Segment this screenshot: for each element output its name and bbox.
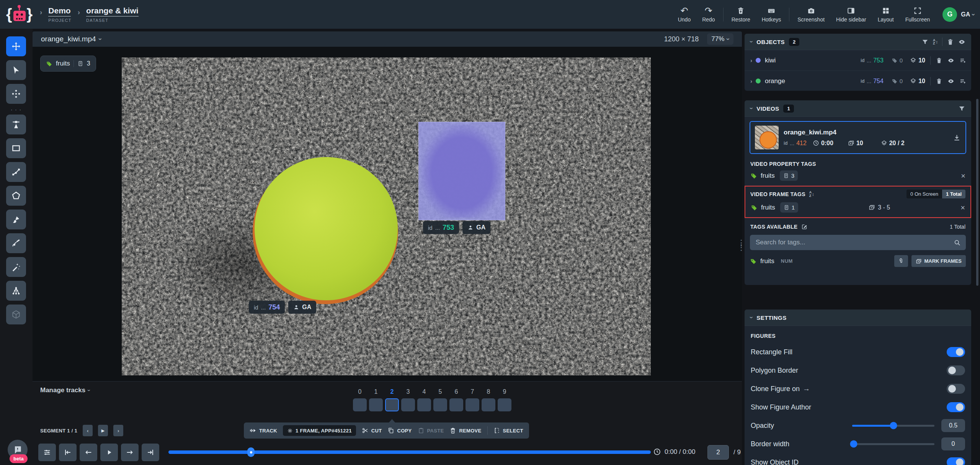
orange-author-chip[interactable]: GA [288, 301, 316, 314]
prev-frame-button[interactable] [80, 444, 97, 461]
track-button[interactable]: TRACK [250, 427, 277, 434]
layout-button[interactable]: Layout [872, 7, 900, 23]
brush-tool-button[interactable] [6, 210, 26, 229]
frame-cell[interactable] [353, 398, 367, 411]
breadcrumb-dataset[interactable]: orange & kiwi DATASET [86, 6, 139, 23]
border-width-value[interactable]: 0 [941, 437, 965, 450]
eye-icon[interactable] [958, 38, 965, 46]
property-tag-row[interactable]: fruits 3 × [745, 169, 971, 185]
track-app-chip[interactable]: 1 FRAME, APP#451221 [283, 425, 356, 436]
video-frame[interactable]: id ... 753 GA id ... 754 GA [122, 57, 651, 375]
opacity-slider-thumb[interactable] [890, 422, 897, 429]
eye-icon[interactable] [947, 78, 954, 85]
trash-icon[interactable] [947, 38, 954, 46]
frame-cell[interactable] [417, 398, 431, 411]
collapse-icon[interactable]: › [748, 107, 755, 109]
transform-tool-button[interactable] [6, 84, 26, 104]
frame-cell[interactable] [369, 398, 383, 411]
frame-cell[interactable] [498, 398, 511, 411]
tag-search-input[interactable] [755, 238, 950, 247]
tag-search[interactable] [750, 235, 966, 250]
playlist-add-icon[interactable] [959, 78, 966, 85]
manage-tracks-dropdown[interactable]: Manage tracks › [40, 386, 90, 394]
segment-play-button[interactable]: ▶ [98, 425, 108, 436]
show-object-id-toggle[interactable] [947, 457, 965, 465]
download-icon[interactable] [953, 134, 961, 142]
trash-icon[interactable] [936, 57, 942, 64]
remove-button[interactable]: REMOVE [449, 427, 481, 434]
attach-tag-button[interactable] [894, 255, 908, 267]
copy-button[interactable]: COPY [387, 427, 412, 434]
on-screen-chip[interactable]: 0 On Screen [906, 190, 942, 198]
sort-az-icon[interactable]: AZ ↕ [809, 191, 814, 197]
redo-button[interactable]: ↷ Redo [696, 7, 720, 23]
graph-tool-button[interactable] [6, 281, 26, 301]
zoom-dropdown[interactable]: 77% › [707, 33, 733, 45]
frame-cell[interactable] [482, 398, 495, 411]
kiwi-mask-figure[interactable] [418, 122, 505, 220]
expand-icon[interactable]: › [750, 78, 752, 84]
remove-tag-button[interactable]: × [961, 172, 965, 179]
canvas-viewport[interactable]: fruits 3 id ... 753 [33, 47, 742, 381]
chevron-down-icon[interactable]: › [96, 38, 104, 40]
app-logo[interactable]: { } [6, 3, 33, 25]
frame-cell-active[interactable] [385, 398, 399, 411]
point-tool-button[interactable] [6, 115, 26, 134]
video-tag-chip[interactable]: fruits 3 [40, 56, 96, 72]
play-button[interactable] [100, 444, 118, 461]
last-frame-button[interactable] [142, 444, 159, 461]
scrubber-thumb[interactable] [247, 447, 255, 457]
timeline-scrubber[interactable] [168, 450, 651, 454]
video-list-item[interactable]: orange_kiwi.mp4 id ... 412 0:00 10 20 [750, 121, 966, 154]
project-link[interactable]: Demo [48, 6, 70, 16]
border-width-slider[interactable] [852, 443, 934, 445]
pan-tool-button[interactable] [6, 36, 26, 56]
total-chip[interactable]: 1 Total [942, 190, 965, 198]
paste-button[interactable]: PASTE [418, 427, 444, 434]
collapse-icon[interactable]: › [748, 316, 755, 318]
dataset-link[interactable]: orange & kiwi [86, 6, 139, 16]
frame-cell[interactable] [466, 398, 479, 411]
clone-figure-toggle[interactable] [947, 384, 965, 394]
smart-tool-button[interactable] [6, 257, 26, 277]
first-frame-button[interactable] [59, 444, 77, 461]
frame-cell[interactable] [433, 398, 447, 411]
next-frame-button[interactable] [121, 444, 139, 461]
avatar[interactable]: G [942, 7, 957, 22]
screenshot-button[interactable]: Screenshot [792, 7, 830, 23]
pen-tool-button[interactable] [6, 233, 26, 253]
eye-icon[interactable] [947, 57, 954, 64]
orange-mask-figure[interactable] [255, 157, 398, 300]
polygon-tool-button[interactable] [6, 186, 26, 206]
frame-cell[interactable] [401, 398, 415, 411]
collapse-icon[interactable]: › [748, 41, 755, 43]
select-button[interactable]: SELECT [493, 427, 523, 434]
show-author-toggle[interactable] [947, 402, 965, 412]
remove-tag-button[interactable]: × [960, 204, 965, 211]
fullscreen-button[interactable]: Fullscreen [900, 7, 936, 23]
opacity-slider[interactable] [852, 425, 934, 427]
segment-next-button[interactable]: › [113, 425, 123, 436]
rectangle-fill-toggle[interactable] [947, 347, 965, 357]
polyline-tool-button[interactable] [6, 162, 26, 182]
hotkeys-button[interactable]: Hotkeys [756, 7, 787, 23]
playback-settings-button[interactable] [38, 444, 56, 461]
orange-id-chip[interactable]: id ... 754 [249, 301, 285, 314]
kiwi-author-chip[interactable]: GA [462, 221, 490, 234]
video-file-dropdown[interactable]: orange_kiwi.mp4 [41, 35, 96, 43]
restore-button[interactable]: Restore [726, 7, 756, 23]
panel-scrollbar[interactable] [976, 99, 978, 286]
panel-resize-handle[interactable]: ⋮⋮ [737, 241, 745, 250]
cuboid-tool-button[interactable] [6, 305, 26, 324]
trash-icon[interactable] [936, 78, 942, 85]
filter-icon[interactable] [921, 38, 929, 46]
object-row-orange[interactable]: › orange id ... 754 0 10 [745, 70, 971, 91]
hide-sidebar-button[interactable]: Hide sidebar [830, 7, 872, 23]
edit-icon[interactable] [801, 223, 808, 230]
sort-az-icon[interactable]: AZ ↕ [933, 39, 938, 45]
playlist-add-icon[interactable] [959, 57, 966, 64]
chevron-down-icon[interactable]: › [970, 13, 977, 16]
frame-tag-row[interactable]: fruits 1 3 - 5 × [750, 198, 965, 213]
filter-icon[interactable] [958, 105, 965, 112]
polygon-border-toggle[interactable] [947, 365, 965, 375]
